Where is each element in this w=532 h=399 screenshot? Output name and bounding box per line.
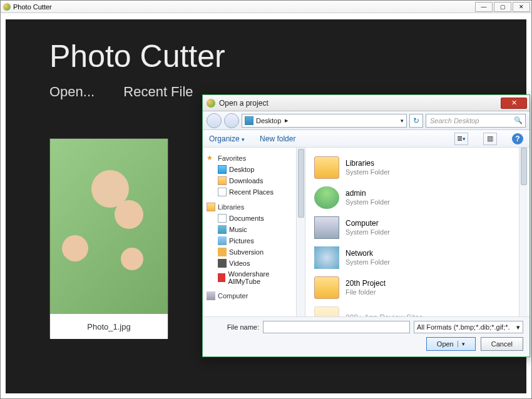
- tree-item-downloads[interactable]: Downloads: [204, 175, 295, 186]
- dialog-title: Open a project: [219, 99, 269, 108]
- tree-item-videos[interactable]: Videos: [204, 258, 295, 269]
- tree-item-pictures[interactable]: Pictures: [204, 235, 295, 246]
- star-icon: ★: [207, 154, 215, 163]
- file-item-admin[interactable]: adminSystem Folder: [310, 183, 524, 213]
- dialog-close-button[interactable]: ✕: [501, 98, 527, 109]
- tree-item-desktop[interactable]: Desktop: [204, 164, 295, 175]
- dialog-toolbar: Organize ▾ New folder ≣ ▾ ▥ ?: [203, 130, 529, 148]
- hero-title: Photo Cutter: [49, 38, 526, 74]
- libraries-large-icon: [314, 156, 339, 179]
- music-icon: [218, 225, 227, 234]
- recent-places-icon: [218, 188, 227, 196]
- libraries-section: Libraries Documents Music Pictures Subve…: [204, 203, 295, 286]
- folder-icon: [218, 176, 227, 185]
- tree-item-subversion[interactable]: Subversion: [204, 246, 295, 258]
- nav-forward-button[interactable]: [224, 113, 239, 128]
- pictures-icon: [218, 236, 227, 245]
- computer-large-icon: [314, 216, 339, 239]
- tree-item-documents[interactable]: Documents: [204, 213, 295, 224]
- libraries-header[interactable]: Libraries: [207, 203, 295, 211]
- file-item-20th-project[interactable]: 20th ProjectFile folder: [310, 273, 524, 303]
- favorites-header[interactable]: ★Favorites: [207, 154, 295, 163]
- folder-large-icon: [314, 306, 339, 316]
- preview-pane-button[interactable]: ▥: [483, 133, 497, 145]
- filename-input[interactable]: [263, 321, 410, 333]
- subversion-icon: [218, 248, 227, 256]
- dialog-body: ★Favorites Desktop Downloads Recent Plac…: [203, 148, 529, 316]
- minimize-button[interactable]: —: [475, 2, 493, 12]
- path-label: Desktop: [256, 117, 281, 124]
- thumb-filename: Photo_1.jpg: [50, 314, 168, 339]
- search-icon: 🔍: [514, 116, 523, 124]
- user-large-icon: [314, 186, 339, 209]
- chevron-down-icon: ▾: [516, 323, 520, 331]
- app-window: Photo Cutter — ▢ ✕ Photo Cutter Open... …: [0, 0, 532, 399]
- organize-menu[interactable]: Organize ▾: [209, 134, 245, 143]
- dialog-app-icon: [207, 99, 215, 108]
- app-body: Photo Cutter Open... Recent File Photo_1…: [6, 19, 526, 393]
- open-button[interactable]: Open▾: [426, 337, 476, 351]
- computer-section: Computer: [204, 291, 295, 300]
- maximize-button[interactable]: ▢: [494, 2, 511, 12]
- search-placeholder-text: Search Desktop: [430, 117, 479, 124]
- dialog-nav: Desktop ▸ ▾ ↻ Search Desktop 🔍: [203, 111, 529, 130]
- recent-thumb[interactable]: Photo_1.jpg: [49, 138, 168, 338]
- chevron-down-icon: ▾: [242, 136, 245, 143]
- file-item-computer[interactable]: ComputerSystem Folder: [310, 213, 524, 243]
- libraries-icon: [207, 203, 215, 211]
- dialog-footer: File name: All Formats (*.bmp;*.dib;*.gi…: [203, 316, 529, 356]
- open-action[interactable]: Open...: [49, 84, 95, 99]
- chevron-right-icon: ▸: [285, 116, 289, 124]
- desktop-icon: [245, 116, 253, 125]
- filename-label: File name:: [209, 323, 259, 331]
- tree-scrollbar[interactable]: [297, 148, 305, 316]
- file-format-dropdown[interactable]: All Formats (*.bmp;*.dib;*.gif;*.▾: [414, 321, 523, 333]
- recent-action[interactable]: Recent File: [123, 84, 193, 99]
- open-file-dialog: Open a project ✕ Desktop ▸ ▾ ↻ Search De…: [202, 94, 530, 357]
- close-button[interactable]: ✕: [513, 2, 530, 12]
- open-split-icon[interactable]: ▾: [458, 341, 465, 347]
- search-input[interactable]: Search Desktop 🔍: [426, 114, 526, 128]
- path-dropdown-icon[interactable]: ▾: [401, 118, 404, 124]
- file-list-scrollbar[interactable]: [519, 148, 528, 316]
- file-item-network[interactable]: NetworkSystem Folder: [310, 243, 524, 273]
- videos-icon: [218, 259, 227, 268]
- window-title: Photo Cutter: [13, 3, 52, 11]
- tree-item-wondershare[interactable]: Wondershare AllMyTube: [204, 269, 295, 286]
- favorites-section: ★Favorites Desktop Downloads Recent Plac…: [204, 154, 295, 198]
- tree-item-music[interactable]: Music: [204, 224, 295, 235]
- refresh-button[interactable]: ↻: [409, 114, 423, 128]
- thumb-image: [50, 139, 168, 314]
- dialog-titlebar: Open a project ✕: [203, 95, 529, 111]
- computer-icon: [207, 291, 215, 300]
- file-list: LibrariesSystem Folder adminSystem Folde…: [305, 148, 529, 316]
- titlebar: Photo Cutter — ▢ ✕: [1, 1, 531, 13]
- path-breadcrumb[interactable]: Desktop ▸ ▾: [242, 114, 407, 128]
- new-folder-button[interactable]: New folder: [260, 134, 295, 143]
- folder-large-icon: [314, 276, 339, 299]
- view-mode-button[interactable]: ≣ ▾: [454, 133, 468, 145]
- tree-item-recent-places[interactable]: Recent Places: [204, 186, 295, 198]
- file-item-libraries[interactable]: LibrariesSystem Folder: [310, 153, 524, 183]
- app-icon-small: [218, 273, 225, 282]
- folder-tree: ★Favorites Desktop Downloads Recent Plac…: [203, 148, 297, 316]
- nav-back-button[interactable]: [207, 113, 222, 128]
- cancel-button[interactable]: Cancel: [481, 337, 523, 351]
- app-icon: [3, 3, 11, 11]
- computer-header[interactable]: Computer: [207, 291, 295, 300]
- help-button[interactable]: ?: [512, 133, 523, 144]
- documents-icon: [218, 214, 227, 223]
- file-item-cutoff[interactable]: 200+ App Review Sites: [310, 303, 524, 316]
- desktop-icon: [218, 165, 227, 174]
- network-large-icon: [314, 246, 339, 269]
